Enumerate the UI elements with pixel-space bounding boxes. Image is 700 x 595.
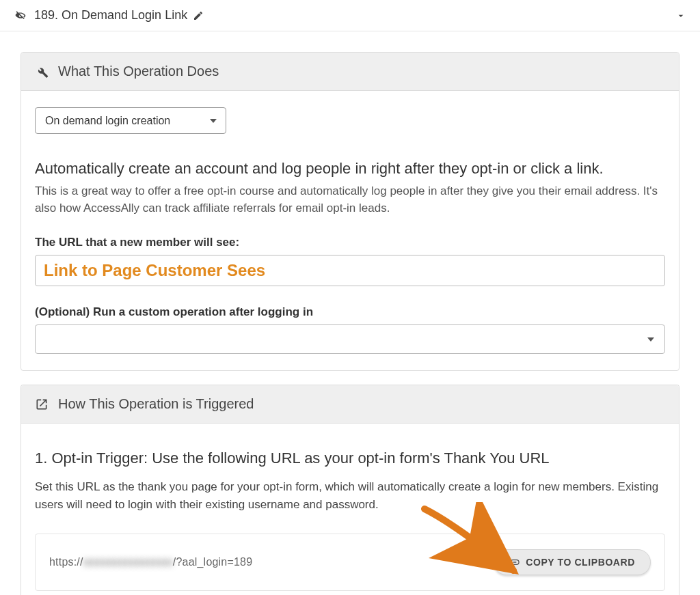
operation-type-select-wrap: On demand login creation: [35, 107, 226, 134]
url-box: https://xxxxxxxxxxxxxxxx/?aal_login=189 …: [35, 534, 665, 591]
chevron-down-icon[interactable]: [675, 10, 686, 21]
link-icon: [509, 557, 520, 568]
panel-title: What This Operation Does: [58, 64, 219, 79]
page-header: 189. On Demand Login Link: [0, 0, 700, 31]
login-url-text: https://xxxxxxxxxxxxxxxx/?aal_login=189: [49, 556, 252, 568]
custom-operation-select[interactable]: [35, 324, 665, 354]
panel-title: How This Operation is Triggered: [58, 396, 254, 412]
copy-button-label: COPY TO CLIPBOARD: [526, 557, 635, 568]
panel-header: How This Operation is Triggered: [21, 385, 679, 424]
operation-type-select[interactable]: On demand login creation: [35, 107, 226, 134]
optional-operation-label: (Optional) Run a custom operation after …: [35, 305, 665, 319]
how-triggered-panel: How This Operation is Triggered 1. Opt-i…: [21, 385, 679, 595]
page-title: 189. On Demand Login Link: [34, 8, 187, 23]
member-url-input[interactable]: [35, 255, 665, 286]
operation-headline: Automatically create an account and log …: [35, 160, 665, 178]
step1-description: Set this URL as the thank you page for y…: [35, 478, 665, 513]
visibility-off-icon: [14, 9, 27, 23]
copy-to-clipboard-button[interactable]: COPY TO CLIPBOARD: [494, 549, 651, 575]
step1-title: 1. Opt-in Trigger: Use the following URL…: [35, 449, 665, 467]
wrench-icon: [35, 65, 49, 79]
panel-header: What This Operation Does: [21, 53, 679, 91]
what-operation-does-panel: What This Operation Does On demand login…: [21, 52, 679, 371]
edit-icon[interactable]: [193, 10, 204, 21]
url-field-label: The URL that a new member will see:: [35, 236, 665, 249]
operation-description: This is a great way to offer a free opt-…: [35, 183, 665, 217]
share-icon: [35, 398, 49, 411]
